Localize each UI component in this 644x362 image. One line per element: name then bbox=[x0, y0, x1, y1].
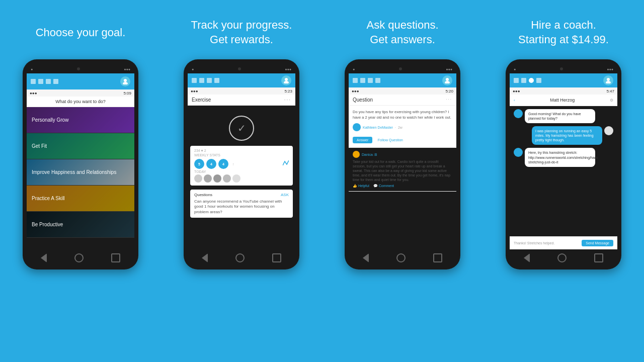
panel-ask-questions: Ask questions. Get answers. ● ●●● bbox=[322, 0, 483, 362]
phone-4: ● ●●● ●●● 5:47 ‹ bbox=[506, 59, 621, 269]
recent-button-2[interactable] bbox=[272, 253, 281, 262]
goal-be-productive[interactable]: Be Productive bbox=[27, 212, 134, 238]
phone-bottom-nav-3 bbox=[349, 249, 456, 264]
badge-5: 5 bbox=[194, 159, 204, 169]
msg-row-2: I was planning on running an easy 5 mile… bbox=[514, 126, 613, 145]
goal-get-fit[interactable]: Get Fit bbox=[27, 133, 134, 159]
home-icon-3 bbox=[353, 78, 358, 83]
stats-row: 234 ♥ 2 WEEKLY STATS 5 4 4 ↑ TODAY bbox=[190, 146, 293, 186]
panel-track-progress: Track your progress. Get rewards. ● ●●● bbox=[161, 0, 322, 362]
flag-icon bbox=[46, 79, 51, 84]
question-screen-header: Question ··· bbox=[349, 95, 456, 106]
coach-avatar-2 bbox=[514, 148, 523, 157]
home-button-1[interactable] bbox=[74, 253, 84, 262]
goal-practice-skill[interactable]: Practice A Skill bbox=[27, 186, 134, 212]
phone-1: ● ●●● ●●● 5:09 What do y bbox=[23, 59, 138, 269]
back-button-2[interactable] bbox=[202, 253, 208, 262]
exercise-header: Exercise ··· bbox=[188, 95, 295, 106]
app-header-4 bbox=[510, 73, 617, 87]
comment-button[interactable]: 💬 Comment bbox=[373, 184, 394, 188]
flag-icon-3 bbox=[368, 78, 373, 83]
svg-point-2 bbox=[285, 78, 288, 81]
list-icon bbox=[38, 79, 43, 84]
panel-1-title: Choose your goal. bbox=[36, 15, 126, 50]
phone-3: ● ●●● ●●● 5:20 Question bbox=[345, 59, 460, 269]
bell-icon-3 bbox=[375, 78, 380, 83]
back-button-3[interactable] bbox=[363, 253, 369, 262]
status-bar-2: ●●● 5:23 bbox=[188, 87, 295, 95]
phone-bottom-nav-4 bbox=[510, 249, 617, 264]
bell-icon bbox=[53, 79, 58, 84]
status-bar-3: ●●● 5:20 bbox=[349, 87, 456, 95]
msg-row-1: Good morning! What do you have planned f… bbox=[514, 109, 613, 123]
svg-point-5 bbox=[445, 81, 450, 83]
panel-2-title: Track your progress. Get rewards. bbox=[191, 15, 292, 50]
msg-bubble-2: I was planning on running an easy 5 mile… bbox=[532, 126, 602, 145]
recent-button-3[interactable] bbox=[433, 253, 442, 262]
answer-card: Danica :B Take your kid out for a walk. … bbox=[349, 148, 456, 192]
phone-bottom-nav-1 bbox=[27, 249, 134, 264]
svg-point-3 bbox=[284, 81, 289, 83]
chat-messages: Good morning! What do you have planned f… bbox=[510, 106, 617, 236]
active-icon-4 bbox=[529, 78, 534, 83]
msg-bubble-3: Here, try this hamstring stretch: http:/… bbox=[525, 148, 595, 166]
phone-top-bar-1: ● ●●● bbox=[27, 64, 134, 73]
flag-icon-2 bbox=[207, 78, 212, 83]
badge-4b: 4 bbox=[218, 159, 228, 169]
check-circle[interactable]: ✓ bbox=[229, 116, 254, 141]
avatar-2 bbox=[281, 75, 291, 85]
badge-4a: 4 bbox=[206, 159, 216, 169]
app-header-3 bbox=[349, 73, 456, 87]
coach-avatar-1 bbox=[514, 109, 523, 118]
msg-bubble-1: Good morning! What do you have planned f… bbox=[525, 109, 595, 123]
svg-point-4 bbox=[446, 78, 449, 81]
follow-button[interactable]: Follow Question bbox=[378, 138, 403, 142]
goal-improve-happiness[interactable]: Improve Happiness and Relationships bbox=[27, 159, 134, 186]
back-button-4[interactable] bbox=[524, 253, 530, 262]
back-button-1[interactable] bbox=[41, 253, 47, 262]
user-avatar-1 bbox=[604, 126, 613, 135]
panel-hire-coach: Hire a coach. Starting at $14.99. ● ●●● bbox=[483, 0, 644, 362]
panel-choose-goal: Choose your goal. ● ●●● ●●● 5 bbox=[0, 0, 161, 362]
svg-point-1 bbox=[123, 82, 128, 84]
answer-avatar bbox=[353, 151, 360, 158]
chat-header: ‹ Matt Herzog ⚙ bbox=[510, 95, 617, 106]
phone-top-bar-4: ● ●●● bbox=[510, 64, 617, 73]
chat-input-area[interactable]: Thanks! Stretches helped. Send Message bbox=[510, 236, 617, 249]
panel-4-title: Hire a coach. Starting at $14.99. bbox=[518, 15, 609, 50]
author-avatar bbox=[353, 123, 361, 131]
list-icon-2 bbox=[199, 78, 204, 83]
msg-row-3: Here, try this hamstring stretch: http:/… bbox=[514, 148, 613, 166]
app-header-2 bbox=[188, 73, 295, 87]
list-icon-3 bbox=[360, 78, 365, 83]
home-icon bbox=[31, 79, 36, 84]
home-icon-2 bbox=[192, 78, 197, 83]
avatar-3 bbox=[442, 75, 452, 85]
status-bar-1: ●●● 5:09 bbox=[27, 89, 134, 97]
chat-input-text: Thanks! Stretches helped. bbox=[514, 241, 582, 245]
recent-button-4[interactable] bbox=[594, 253, 603, 262]
status-bar-4: ●●● 5:47 bbox=[510, 87, 617, 95]
check-area: ✓ bbox=[188, 106, 295, 146]
phone-bottom-nav-2 bbox=[188, 249, 295, 264]
bell-icon-4 bbox=[536, 78, 541, 83]
recent-button-1[interactable] bbox=[111, 253, 120, 262]
home-button-2[interactable] bbox=[235, 253, 245, 262]
send-button[interactable]: Send Message bbox=[582, 240, 613, 246]
avatar-1 bbox=[120, 76, 130, 86]
bell-icon-2 bbox=[214, 78, 219, 83]
answer-button[interactable]: Answer bbox=[353, 137, 372, 143]
home-button-4[interactable] bbox=[557, 253, 567, 262]
question-card: Do you have any tips for exercising with… bbox=[349, 106, 456, 148]
avatar-4 bbox=[603, 75, 613, 85]
questions-section: Questions ASK Can anyone recommend a You… bbox=[190, 190, 293, 218]
svg-point-6 bbox=[607, 78, 610, 81]
home-button-3[interactable] bbox=[396, 253, 406, 262]
goal-personally-grow[interactable]: Personally Grow bbox=[27, 107, 134, 133]
list-icon-4 bbox=[521, 78, 526, 83]
app-header-1 bbox=[27, 73, 134, 89]
helpful-button[interactable]: 👍 Helpful bbox=[353, 184, 369, 188]
phone-2: ● ●●● ●●● 5:23 Exercise bbox=[184, 59, 299, 269]
svg-point-0 bbox=[124, 79, 127, 82]
panel-3-title: Ask questions. Get answers. bbox=[366, 15, 438, 50]
